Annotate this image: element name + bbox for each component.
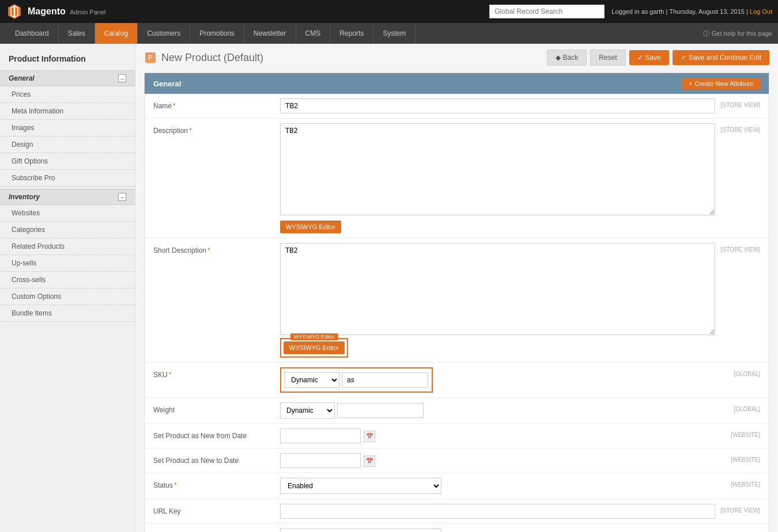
sidebar-item-meta-information[interactable]: Meta Information: [0, 103, 135, 120]
nav-newsletter[interactable]: Newsletter: [244, 23, 296, 44]
create-attribute-button[interactable]: + Create New Attribute: [682, 78, 760, 89]
new-from-scope: [WEBSITE]: [731, 428, 760, 438]
product-icon: P: [144, 51, 157, 64]
visibility-scope: [STORE VIEW]: [721, 529, 760, 532]
name-input[interactable]: [280, 98, 715, 113]
sidebar-title: Product Information: [0, 50, 135, 70]
panel-body: Name* [STORE VIEW] Description* TB2: [145, 94, 769, 532]
search-input[interactable]: [489, 5, 605, 18]
nav-bar: Dashboard Sales Catalog Customers Promot…: [0, 23, 778, 44]
sku-scope: [GLOBAL]: [734, 367, 760, 377]
page-title-area: P New Product (Default): [144, 51, 263, 64]
logo-area: Magento Admin Panel: [6, 3, 106, 20]
sidebar-item-images[interactable]: Images: [0, 120, 135, 136]
url-key-control: [280, 504, 715, 519]
name-scope: [STORE VIEW]: [721, 98, 760, 108]
url-key-row: URL Key [STORE VIEW]: [145, 499, 769, 524]
new-to-label: Set Product as New to Date: [153, 453, 280, 465]
nav-sales[interactable]: Sales: [59, 23, 95, 44]
sidebar-item-prices[interactable]: Prices: [0, 86, 135, 103]
sidebar-item-cross-sells[interactable]: Cross-sells: [0, 272, 135, 288]
sidebar-item-bundle-items[interactable]: Bundle Items: [0, 305, 135, 322]
save-continue-button[interactable]: ✓ Save and Continue Edit: [673, 50, 769, 65]
new-from-date-input[interactable]: [280, 428, 361, 443]
nav-system[interactable]: System: [373, 23, 416, 44]
weight-scope: [GLOBAL]: [734, 402, 760, 412]
page-title: New Product (Default): [161, 52, 263, 64]
name-label: Name*: [153, 98, 280, 110]
nav-dashboard[interactable]: Dashboard: [6, 23, 59, 44]
weight-type-select[interactable]: Dynamic Fixed: [280, 402, 335, 419]
save-button[interactable]: ✓ Save: [629, 50, 669, 65]
sidebar-item-subscribe-pro[interactable]: Subscribe Pro: [0, 170, 135, 187]
top-header: Magento Admin Panel Logged in as garth |…: [0, 0, 778, 23]
sidebar-item-design[interactable]: Design: [0, 136, 135, 153]
content-area: P New Product (Default) ◆ Back Reset ✓ S…: [135, 44, 778, 532]
main-layout: Product Information General – Prices Met…: [0, 44, 778, 532]
new-to-calendar-icon[interactable]: 📅: [364, 455, 375, 467]
sku-input[interactable]: [342, 373, 428, 387]
status-control: Enabled Disabled: [280, 478, 725, 494]
status-select[interactable]: Enabled Disabled: [280, 478, 441, 494]
new-from-control: 📅: [280, 428, 725, 443]
description-control: TB2 WYSIWYG Editor: [280, 123, 715, 233]
reset-button[interactable]: Reset: [590, 50, 625, 66]
page-actions: ◆ Back Reset ✓ Save ✓ Save and Continue …: [547, 50, 770, 66]
status-scope: [WEBSITE]: [731, 478, 760, 488]
visibility-label: Visibility*: [153, 529, 280, 532]
sidebar-item-websites[interactable]: Websites: [0, 205, 135, 222]
wysiwyg-tooltip: WYSIWYG Editor: [290, 333, 338, 340]
weight-input[interactable]: [337, 403, 424, 418]
weight-label: Weight: [153, 402, 280, 414]
nav-promotions[interactable]: Promotions: [190, 23, 244, 44]
visibility-row: Visibility* Not Visible Individually Cat…: [145, 524, 769, 532]
plus-icon: +: [689, 80, 692, 87]
new-from-calendar-icon[interactable]: 📅: [364, 431, 375, 442]
status-row: Status* Enabled Disabled [WEBSITE]: [145, 473, 769, 499]
short-description-scope: [STORE VIEW]: [721, 243, 760, 253]
nav-customers[interactable]: Customers: [138, 23, 190, 44]
sidebar-item-categories[interactable]: Categories: [0, 222, 135, 238]
sidebar-item-related-products[interactable]: Related Products: [0, 238, 135, 255]
url-key-input[interactable]: [280, 504, 715, 519]
sidebar-item-gift-options[interactable]: Gift Options: [0, 153, 135, 170]
new-to-date-input[interactable]: [280, 453, 361, 468]
weight-row: Weight Dynamic Fixed [GLOBAL]: [145, 398, 769, 424]
collapse-general-icon: –: [118, 74, 126, 82]
help-link[interactable]: ⓘ Get help for this page: [703, 29, 772, 38]
description-label: Description*: [153, 123, 280, 135]
new-from-row: Set Product as New from Date 📅 [WEBSITE]: [145, 424, 769, 449]
short-description-label: Short Description*: [153, 243, 280, 254]
short-description-textarea[interactable]: TB2: [280, 243, 715, 335]
description-scope: [STORE VIEW]: [721, 123, 760, 133]
visibility-select[interactable]: Not Visible Individually Catalog Search …: [280, 529, 441, 532]
nav-reports[interactable]: Reports: [330, 23, 373, 44]
sidebar-item-custom-options[interactable]: Custom Options: [0, 288, 135, 305]
svg-text:P: P: [148, 54, 152, 61]
new-from-label: Set Product as New from Date: [153, 428, 280, 440]
sidebar-section-general[interactable]: General –: [0, 70, 135, 86]
general-form-panel: General + Create New Attribute Name* [ST…: [144, 73, 769, 532]
short-description-control: TB2 WYSIWYG Editor WYSIWYG Editor: [280, 243, 715, 358]
wysiwyg-editor-button-2[interactable]: WYSIWYG Editor: [284, 341, 345, 354]
logo-title: Magento Admin Panel: [28, 6, 106, 17]
sku-type-select[interactable]: Dynamic Fixed: [285, 372, 339, 388]
weight-control: Dynamic Fixed: [280, 402, 728, 419]
user-info: Logged in as garth | Thursday, August 13…: [611, 8, 772, 15]
new-to-scope: [WEBSITE]: [731, 453, 760, 463]
sidebar: Product Information General – Prices Met…: [0, 44, 135, 532]
sku-label: SKU*: [153, 367, 280, 379]
sidebar-item-up-sells[interactable]: Up-sells: [0, 255, 135, 272]
collapse-inventory-icon: –: [118, 193, 126, 201]
sidebar-section-inventory[interactable]: Inventory –: [0, 189, 135, 205]
panel-header: General + Create New Attribute: [145, 73, 769, 94]
wysiwyg-editor-button[interactable]: WYSIWYG Editor: [280, 221, 341, 233]
nav-catalog[interactable]: Catalog: [95, 23, 138, 44]
help-icon: ⓘ: [703, 29, 709, 38]
back-button[interactable]: ◆ Back: [547, 50, 587, 66]
description-textarea[interactable]: TB2: [280, 123, 715, 215]
logout-link[interactable]: Log Out: [750, 8, 772, 15]
nav-cms[interactable]: CMS: [296, 23, 331, 44]
description-row: Description* TB2 WYSIWYG Editor [STORE V…: [145, 119, 769, 238]
magento-logo-icon: [6, 3, 23, 20]
